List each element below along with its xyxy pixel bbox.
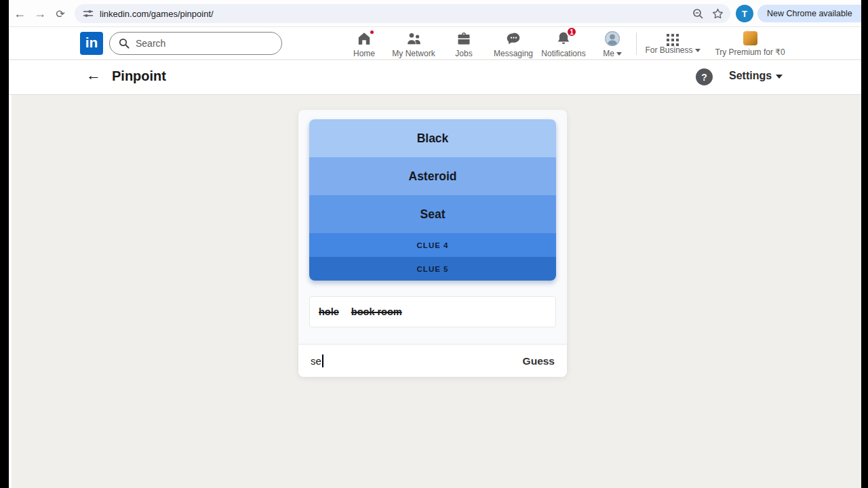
zoom-icon[interactable]: [692, 8, 704, 20]
guess-input-row: se Guess: [298, 344, 567, 377]
help-button[interactable]: ?: [696, 68, 713, 85]
me-avatar: [604, 30, 620, 47]
chevron-down-icon: [695, 49, 701, 52]
guess-input[interactable]: se: [311, 355, 321, 367]
premium-icon: [743, 31, 757, 45]
site-settings-icon[interactable]: [83, 8, 94, 19]
page-title: Pinpoint: [112, 68, 166, 84]
window-edge: [9, 95, 12, 488]
previous-guesses: hole book room: [309, 296, 556, 327]
search-input[interactable]: [136, 38, 264, 49]
url-text[interactable]: linkedin.com/games/pinpoint/: [100, 9, 214, 19]
header-divider: [636, 33, 637, 55]
letterbox-left: [0, 0, 9, 488]
pinpoint-header: ← Pinpoint ? Settings: [9, 60, 861, 95]
search-bar[interactable]: [109, 32, 282, 55]
nav-item-try-premium[interactable]: Try Premium for ₹0: [706, 27, 794, 60]
clue-bar-1: Black: [309, 119, 556, 157]
grid-icon: [667, 34, 679, 47]
browser-reload-button[interactable]: ⟳: [51, 0, 70, 27]
clue-bar-4: CLUE 4: [309, 233, 556, 257]
browser-forward-button[interactable]: →: [31, 0, 50, 27]
chrome-update-label: New Chrome available: [767, 9, 852, 18]
browser-back-button[interactable]: ←: [10, 0, 29, 27]
chevron-down-icon: [776, 75, 783, 79]
clue-bar-5: CLUE 5: [309, 257, 556, 281]
premium-label: Try Premium for ₹0: [706, 48, 794, 57]
guess-word: hole: [319, 306, 339, 317]
jobs-icon: [456, 30, 472, 47]
guess-button[interactable]: Guess: [523, 355, 555, 367]
screen: ← → ⟳ linkedin.com/games/pinpoint/: [0, 0, 868, 488]
messaging-icon: [505, 30, 521, 47]
bookmark-star-icon[interactable]: [712, 8, 724, 20]
linkedin-logo[interactable]: in: [80, 32, 103, 55]
text-caret: [322, 354, 323, 367]
chevron-down-icon: [616, 52, 622, 56]
browser-profile-avatar[interactable]: T: [736, 5, 753, 22]
my-network-icon: [406, 30, 422, 47]
chrome-update-button[interactable]: New Chrome available ⋮: [757, 5, 868, 22]
browser-toolbar: ← → ⟳ linkedin.com/games/pinpoint/: [9, 0, 861, 27]
guess-word: book room: [351, 306, 402, 317]
clue-stack: Black Asteroid Seat CLUE 4 CLUE 5: [309, 119, 556, 281]
back-button[interactable]: ←: [86, 66, 101, 84]
pinpoint-game-card: Black Asteroid Seat CLUE 4 CLUE 5 hole b…: [298, 110, 567, 377]
nav-item-me[interactable]: Me: [583, 27, 642, 60]
clue-bar-3: Seat: [309, 195, 556, 233]
address-bar[interactable]: linkedin.com/games/pinpoint/: [75, 4, 730, 23]
linkedin-header: in Home: [9, 27, 861, 60]
home-notification-dot: [369, 29, 375, 35]
nav-label: For Business: [644, 46, 702, 55]
settings-button[interactable]: Settings: [729, 70, 783, 82]
notifications-badge: 1: [566, 26, 577, 37]
letterbox-right: [861, 0, 868, 488]
clue-bar-2: Asteroid: [309, 157, 556, 195]
nav-item-for-business[interactable]: For Business: [644, 27, 702, 60]
search-icon: [119, 38, 130, 49]
nav-label: Me: [583, 49, 642, 58]
